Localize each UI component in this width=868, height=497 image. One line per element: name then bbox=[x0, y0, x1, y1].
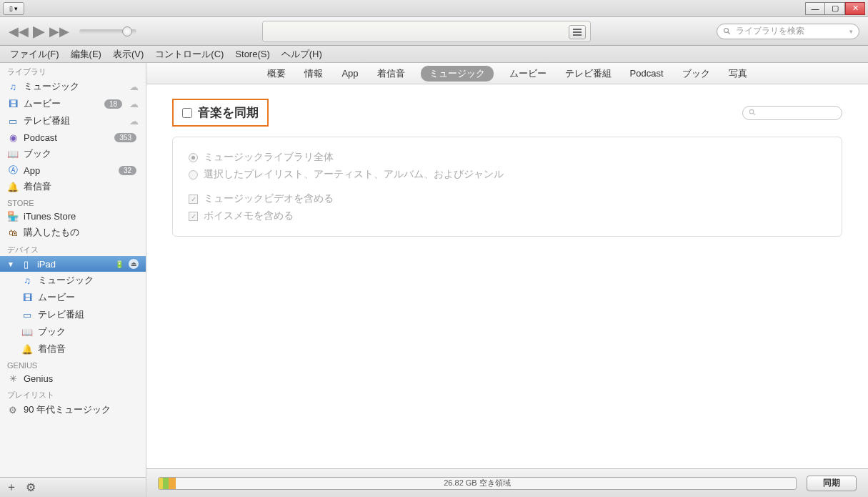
menu-bar: ファイル(F) 編集(E) 表示(V) コントロール(C) Store(S) ヘ… bbox=[0, 46, 868, 63]
tab-music[interactable]: ミュージック bbox=[421, 66, 494, 82]
sidebar-header-genius: GENIUS bbox=[0, 358, 146, 370]
sidebar-item-tv[interactable]: ▭テレビ番組☁ bbox=[0, 112, 146, 129]
disclosure-triangle-icon[interactable]: ▼ bbox=[7, 260, 14, 268]
tab-photos[interactable]: 写真 bbox=[726, 66, 750, 82]
maximize-button[interactable]: ▢ bbox=[825, 2, 845, 15]
tab-summary[interactable]: 概要 bbox=[264, 66, 289, 82]
sidebar-bottom-bar: ＋ ⚙ bbox=[0, 477, 146, 497]
tv-icon: ▭ bbox=[7, 115, 19, 127]
option-entire-library[interactable]: ミュージックライブラリ全体 bbox=[189, 149, 826, 166]
player-bar: ◀◀ ▶ ▶▶ ライブラリを検索 ▾ bbox=[0, 17, 868, 46]
store-icon: 🏪 bbox=[7, 210, 19, 222]
tab-ringtone[interactable]: 着信音 bbox=[374, 66, 408, 82]
tab-movies[interactable]: ムービー bbox=[507, 66, 549, 82]
music-icon: ♫ bbox=[21, 275, 33, 286]
next-track-button[interactable]: ▶▶ bbox=[49, 24, 69, 39]
sidebar-item-app[interactable]: ⒶApp32 bbox=[0, 162, 146, 178]
tv-icon: ▭ bbox=[21, 309, 33, 320]
cloud-icon: ☁ bbox=[129, 82, 139, 92]
movie-icon: 🎞 bbox=[21, 292, 33, 303]
now-playing-display bbox=[262, 21, 591, 42]
search-icon bbox=[749, 109, 757, 117]
tab-info[interactable]: 情報 bbox=[301, 66, 326, 82]
sidebar-item-purchased[interactable]: 🛍購入したもの bbox=[0, 224, 146, 241]
movie-icon: 🎞 bbox=[7, 98, 19, 109]
search-input[interactable]: ライブラリを検索 ▾ bbox=[717, 24, 859, 39]
eject-button[interactable]: ⏏ bbox=[129, 259, 139, 269]
sidebar-device-books[interactable]: 📖ブック bbox=[0, 323, 146, 340]
content-search-input[interactable] bbox=[742, 106, 842, 120]
badge: 18 bbox=[104, 99, 122, 109]
sidebar-device-music[interactable]: ♫ミュージック bbox=[0, 272, 146, 289]
svg-point-0 bbox=[724, 28, 729, 32]
sidebar-item-movies[interactable]: 🎞ムービー18☁ bbox=[0, 95, 146, 112]
sync-music-highlight: 音楽を同期 bbox=[172, 99, 269, 127]
minimize-button[interactable]: — bbox=[805, 2, 825, 15]
svg-point-2 bbox=[749, 109, 754, 114]
podcast-icon: ◉ bbox=[7, 132, 19, 143]
sync-button[interactable]: 同期 bbox=[807, 476, 857, 491]
bag-icon: 🛍 bbox=[7, 227, 19, 238]
chevron-down-icon: ▾ bbox=[849, 28, 853, 35]
checkbox-icon: ✓ bbox=[189, 195, 198, 204]
radio-icon bbox=[189, 153, 198, 162]
gear-icon: ⚙ bbox=[7, 404, 19, 415]
sync-options-panel: ミュージックライブラリ全体 選択したプレイリスト、アーティスト、アルバム、および… bbox=[172, 137, 842, 237]
sidebar-device-movies[interactable]: 🎞ムービー bbox=[0, 289, 146, 306]
sidebar-header-playlists: プレイリスト bbox=[0, 386, 146, 401]
sidebar-item-books[interactable]: 📖ブック bbox=[0, 145, 146, 162]
book-icon: 📖 bbox=[7, 148, 19, 159]
bell-icon: 🔔 bbox=[7, 181, 19, 192]
settings-button[interactable]: ⚙ bbox=[26, 481, 36, 494]
menu-store[interactable]: Store(S) bbox=[229, 49, 275, 59]
menu-file[interactable]: ファイル(F) bbox=[4, 48, 65, 61]
search-icon bbox=[723, 27, 732, 36]
option-selected-items[interactable]: 選択したプレイリスト、アーティスト、アルバム、およびジャンル bbox=[189, 166, 826, 183]
bottom-bar: 26.82 GB 空き領域 同期 bbox=[146, 468, 868, 497]
ipad-icon: ▯ bbox=[21, 258, 32, 270]
sync-music-checkbox[interactable] bbox=[182, 108, 192, 118]
sidebar-item-playlist-90s[interactable]: ⚙90 年代ミュージック bbox=[0, 401, 146, 418]
option-include-voice[interactable]: ✓ボイスメモを含める bbox=[189, 207, 826, 225]
menu-edit[interactable]: 編集(E) bbox=[65, 48, 107, 61]
tab-books[interactable]: ブック bbox=[679, 66, 713, 82]
menu-view[interactable]: 表示(V) bbox=[107, 48, 149, 61]
play-button[interactable]: ▶ bbox=[33, 22, 45, 41]
add-button[interactable]: ＋ bbox=[6, 480, 17, 495]
search-placeholder: ライブラリを検索 bbox=[736, 25, 804, 37]
tab-podcast[interactable]: Podcast bbox=[627, 67, 667, 80]
sidebar-device-ringtone[interactable]: 🔔着信音 bbox=[0, 340, 146, 358]
menu-help[interactable]: ヘルプ(H) bbox=[276, 48, 328, 61]
sidebar-item-podcast[interactable]: ◉Podcast353 bbox=[0, 129, 146, 145]
sidebar-item-itunes-store[interactable]: 🏪iTunes Store bbox=[0, 208, 146, 224]
menu-control[interactable]: コントロール(C) bbox=[149, 48, 229, 61]
tab-tv[interactable]: テレビ番組 bbox=[562, 66, 614, 82]
sidebar-item-ipad[interactable]: ▼▯iPad🔋⏏ bbox=[0, 256, 146, 272]
sidebar-item-music[interactable]: ♫ミュージック☁ bbox=[0, 78, 146, 95]
capacity-free-label: 26.82 GB 空き領域 bbox=[444, 478, 511, 488]
sidebar-header-devices: デバイス bbox=[0, 241, 146, 256]
sidebar-item-genius[interactable]: ✳Genius bbox=[0, 370, 146, 386]
badge: 353 bbox=[114, 133, 136, 142]
sidebar-device-tv[interactable]: ▭テレビ番組 bbox=[0, 306, 146, 323]
volume-slider[interactable] bbox=[79, 29, 136, 34]
option-include-videos[interactable]: ✓ミュージックビデオを含める bbox=[189, 190, 826, 207]
badge: 32 bbox=[119, 166, 136, 175]
capacity-segment bbox=[169, 478, 176, 489]
svg-line-1 bbox=[728, 31, 730, 34]
app-menu-dropdown[interactable]: ▯ ▾ bbox=[3, 2, 24, 15]
sidebar-header-store: STORE bbox=[0, 195, 146, 208]
genius-icon: ✳ bbox=[7, 373, 19, 384]
battery-icon: 🔋 bbox=[115, 260, 124, 268]
prev-track-button[interactable]: ◀◀ bbox=[9, 24, 29, 39]
tab-app[interactable]: App bbox=[339, 67, 361, 80]
close-button[interactable]: ✕ bbox=[845, 2, 865, 15]
radio-icon bbox=[189, 170, 198, 179]
music-icon: ♫ bbox=[7, 81, 19, 92]
sidebar-item-ringtone[interactable]: 🔔着信音 bbox=[0, 178, 146, 195]
device-tabs: 概要 情報 App 着信音 ミュージック ムービー テレビ番組 Podcast … bbox=[146, 63, 868, 84]
sidebar-header-library: ライブラリ bbox=[0, 63, 146, 78]
capacity-bar: 26.82 GB 空き領域 bbox=[158, 477, 797, 490]
view-list-button[interactable] bbox=[569, 25, 586, 39]
content-area: 概要 情報 App 着信音 ミュージック ムービー テレビ番組 Podcast … bbox=[146, 63, 868, 497]
